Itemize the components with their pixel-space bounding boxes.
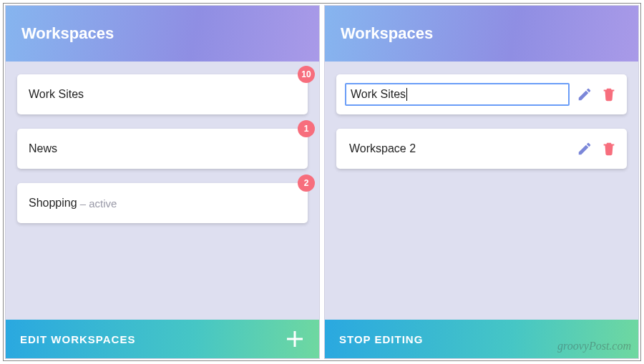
workspace-name-value: Work Sites — [351, 88, 406, 101]
text-cursor — [406, 88, 407, 101]
rename-button[interactable] — [575, 139, 594, 158]
delete-button[interactable] — [600, 139, 618, 158]
trash-icon — [601, 141, 617, 157]
header-title: Workspaces — [21, 24, 114, 43]
workspace-name-input[interactable]: Work Sites — [345, 83, 570, 106]
trash-icon — [601, 87, 617, 102]
rename-button[interactable] — [575, 85, 594, 104]
workspace-item[interactable]: Shopping – active 2 — [17, 183, 308, 223]
workspace-edit-item: Workspace 2 — [336, 129, 627, 169]
delete-button[interactable] — [600, 85, 618, 104]
panel-body: Work Sites Workspace 2 — [325, 62, 638, 320]
panel-header: Workspaces — [6, 6, 319, 62]
panel-header: Workspaces — [325, 6, 638, 62]
panel-normal: Workspaces Work Sites 10 News 1 Shopping… — [5, 5, 320, 359]
footer-label: STOP EDITING — [339, 333, 423, 345]
panel-body: Work Sites 10 News 1 Shopping – active 2 — [6, 62, 319, 320]
panel-editing: Workspaces Work Sites Workspace 2 — [324, 5, 639, 359]
count-badge: 1 — [298, 120, 315, 137]
workspace-name-input[interactable]: Workspace 2 — [345, 137, 570, 160]
count-badge: 10 — [298, 66, 315, 83]
workspace-active-suffix: – active — [80, 197, 117, 210]
footer-label: EDIT WORKSPACES — [20, 333, 135, 345]
stop-editing-button[interactable]: STOP EDITING — [325, 320, 638, 358]
workspace-name-value: Workspace 2 — [349, 142, 416, 155]
workspace-name: News — [29, 142, 57, 155]
header-title: Workspaces — [341, 24, 433, 43]
edit-workspaces-button[interactable]: EDIT WORKSPACES — [6, 320, 319, 358]
workspace-edit-item: Work Sites — [336, 74, 627, 114]
count-badge: 2 — [298, 174, 315, 192]
workspace-item[interactable]: News 1 — [17, 129, 308, 169]
pencil-icon — [577, 141, 592, 157]
plus-icon[interactable] — [285, 329, 305, 349]
pencil-icon — [577, 87, 592, 102]
workspace-item[interactable]: Work Sites 10 — [17, 74, 308, 114]
workspace-name: Shopping — [29, 197, 77, 210]
screenshot-container: Workspaces Work Sites 10 News 1 Shopping… — [3, 3, 641, 361]
workspace-name: Work Sites — [29, 88, 84, 101]
